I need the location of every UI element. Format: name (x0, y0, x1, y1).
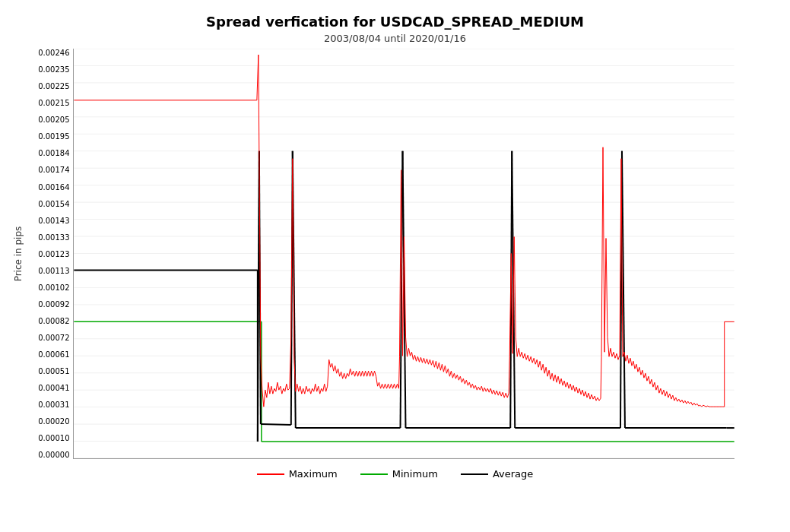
legend-maximum: Maximum (257, 468, 338, 480)
svg-line-39 (260, 424, 290, 425)
svg-line-60 (601, 147, 603, 356)
ytick-0: 0.00000 (38, 451, 69, 459)
ytick-2: 0.00020 (38, 417, 69, 426)
chart-subtitle: 2003/08/04 until 2020/01/16 (324, 33, 466, 44)
legend-average-line (461, 473, 488, 475)
legend-minimum-label: Minimum (392, 468, 438, 480)
ytick-23: 0.00235 (38, 65, 69, 74)
ytick-11: 0.00113 (38, 267, 69, 275)
ytick-24: 0.00246 (38, 49, 69, 57)
ytick-9: 0.00092 (38, 300, 69, 309)
legend-average: Average (461, 468, 533, 480)
ytick-12: 0.00123 (38, 250, 69, 258)
ytick-8: 0.00082 (38, 317, 69, 325)
legend-minimum: Minimum (360, 468, 438, 480)
average-line (74, 151, 734, 442)
legend-maximum-label: Maximum (289, 468, 338, 480)
ytick-6: 0.00061 (38, 350, 69, 359)
main-chart-svg: Sunday Monday Tuesday Wednesday Thursday… (73, 49, 734, 459)
ytick-19: 0.00195 (38, 132, 69, 141)
ytick-22: 0.00225 (38, 82, 69, 90)
svg-line-61 (603, 147, 604, 353)
legend-maximum-line (257, 473, 284, 475)
ytick-1: 0.00010 (38, 434, 69, 442)
ytick-15: 0.00154 (38, 200, 69, 208)
ytick-4: 0.00041 (38, 384, 69, 392)
ytick-17: 0.00174 (38, 166, 69, 174)
ytick-20: 0.00205 (38, 116, 69, 124)
ytick-14: 0.00143 (38, 217, 69, 225)
ytick-10: 0.00102 (38, 283, 69, 292)
legend-minimum-line (360, 473, 388, 475)
chart-title: Spread verfication for USDCAD_SPREAD_MED… (206, 14, 584, 30)
ytick-3: 0.00031 (38, 401, 69, 409)
ytick-5: 0.00051 (38, 367, 69, 375)
ytick-13: 0.00133 (38, 233, 69, 242)
legend-average-label: Average (493, 468, 533, 480)
ytick-7: 0.00072 (38, 334, 69, 342)
ytick-21: 0.00215 (38, 99, 69, 107)
yaxis-label: Price in pips (14, 226, 24, 282)
ytick-16: 0.00164 (38, 183, 69, 192)
ytick-18: 0.00184 (38, 149, 69, 157)
chart-container: Spread verfication for USDCAD_SPREAD_MED… (0, 0, 790, 532)
chart-legend: Maximum Minimum Average (257, 468, 534, 480)
